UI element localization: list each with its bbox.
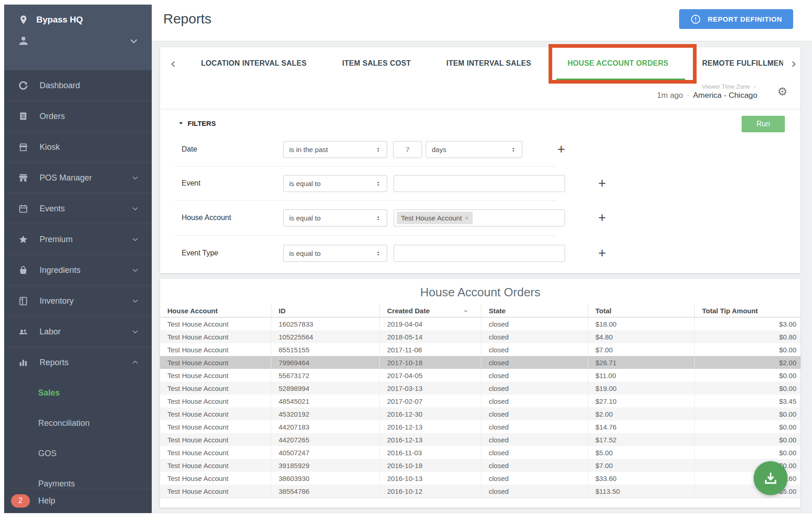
table-row[interactable]: Test House Account528989942017-03-13clos… [160,382,801,395]
sidebar-item-reports[interactable]: Reports [4,347,152,378]
report-definition-button[interactable]: REPORT DEFINITION [679,9,793,29]
user-menu[interactable] [4,25,152,47]
sidebar-item-kiosk[interactable]: Kiosk [4,131,152,162]
table-row[interactable]: Test House Account386039302016-10-13clos… [160,472,801,485]
house-account-value-input[interactable]: Test House Account × [394,209,565,226]
house-account-operator-select[interactable]: is equal to [283,209,387,226]
sidebar-item-inventory[interactable]: Inventory [4,285,152,316]
help-label: Help [38,496,55,506]
date-value-input[interactable]: 7 [393,141,422,158]
sidebar-subitem-sales[interactable]: Sales [4,378,152,408]
table-row[interactable]: Test House Account855151552017-11-08clos… [160,343,801,356]
table-row[interactable]: Test House Account1602578332019-04-04clo… [160,317,801,330]
triangle-down-icon [178,121,183,126]
tab-item-sales-cost[interactable]: ITEM SALES COST [342,59,411,68]
add-house-account-filter-button[interactable]: + [598,210,606,226]
table-row[interactable]: Test House Account799694642017-10-18clos… [160,356,801,369]
table-row[interactable]: Test House Account453201922016-12-30clos… [160,407,801,420]
event-value-input[interactable] [394,175,565,192]
table-cell: $0.00 [694,407,801,420]
chevron-down-icon [752,84,757,90]
sidebar-item-help[interactable]: 2 Help [4,488,152,513]
column-header-id[interactable]: ID [271,305,379,317]
table-cell: 2016-10-13 [379,472,481,485]
tab-location-interval-sales[interactable]: LOCATION INTERVAL SALES [201,59,307,68]
table-cell: $0.00 [694,343,801,356]
sidebar-subitem-gos[interactable]: GOS [4,438,152,469]
table-cell: 38603930 [271,472,379,485]
sidebar-item-label: Dashboard [40,81,140,90]
tab-house-account-orders[interactable]: HOUSE ACCOUNT ORDERS [567,59,669,68]
table-row[interactable]: Test House Account556731722017-04-05clos… [160,369,801,382]
reports-icon [18,357,29,368]
date-value: 7 [406,146,409,153]
house-account-operator-value: is equal to [289,214,320,222]
table-cell: Test House Account [160,407,271,420]
sidebar-item-ingredients[interactable]: Ingredients [4,254,152,285]
event-operator-select[interactable]: is equal to [283,175,387,192]
sidebar-subitem-reconciliation[interactable]: Reconciliation [4,408,152,438]
table-row[interactable]: Test House Account391859292016-10-18clos… [160,459,801,472]
chevron-up-icon [131,358,140,367]
chip-remove-icon[interactable]: × [465,215,469,221]
chevron-down-icon [131,204,140,213]
tabs-scroll-right-icon[interactable] [789,60,798,68]
add-date-filter-button[interactable]: + [557,141,565,157]
table-cell: 2016-11-03 [379,446,481,459]
dashboard-icon [18,80,29,91]
sidebar-item-orders[interactable]: Orders [4,101,152,131]
table-cell: closed [481,485,588,497]
date-unit-value: days [432,146,446,153]
run-button[interactable]: Run [742,116,785,132]
add-event-filter-button[interactable]: + [598,175,606,191]
table-cell: 160257833 [271,317,379,330]
select-arrows-icon [375,215,381,222]
column-header-total[interactable]: Total [588,305,694,317]
table-cell: closed [481,369,588,382]
add-event-type-filter-button[interactable]: + [598,245,606,261]
download-icon [762,470,779,486]
tabs-scroll-left-icon[interactable] [169,60,178,68]
kiosk-icon [18,142,29,153]
sidebar-item-labor[interactable]: Labor [4,316,152,347]
table-cell: closed [481,407,588,420]
column-header-total-tip-amount[interactable]: Total Tip Amount [694,305,801,317]
tab-remote-fulfillment[interactable]: REMOTE FULFILLMENT [702,59,783,68]
org-row[interactable]: Bypass HQ [4,5,152,25]
table-row[interactable]: Test House Account442072652016-12-13clos… [160,433,801,446]
sidebar-item-premium[interactable]: Premium [4,224,152,254]
viewer-time-zone-selector[interactable]: Viewer Time Zone [657,83,757,90]
active-tab-indicator [556,79,685,80]
event-type-value-input[interactable] [394,245,565,262]
sidebar-item-pos-manager[interactable]: POS Manager [4,162,152,193]
filter-row-date: Date is in the past 7 days + [160,141,801,158]
table-row[interactable]: Test House Account442071832016-12-13clos… [160,420,801,433]
table-cell: 2017-02-07 [379,395,481,407]
sidebar-item-events[interactable]: Events [4,193,152,224]
settings-gear-icon[interactable]: ⚙ [778,86,788,97]
sidebar-item-dashboard[interactable]: Dashboard [4,70,152,101]
column-header-house-account[interactable]: House Account [160,305,271,317]
table-cell: $18.00 [588,317,694,330]
filter-label-event: Event [182,179,200,187]
table-cell: Test House Account [160,395,271,407]
table-cell: Test House Account [160,382,271,395]
table-cell: $113.50 [588,485,694,497]
table-row[interactable]: Test House Account385547862016-10-12clos… [160,485,801,497]
table-row[interactable]: Test House Account405072472016-11-03clos… [160,446,801,459]
table-row[interactable]: Test House Account485450212017-02-07clos… [160,395,801,407]
column-header-created-date[interactable]: Created Date [379,305,481,317]
pos-manager-icon [18,173,29,183]
table-cell: Test House Account [160,317,271,330]
download-fab[interactable] [754,461,788,495]
table-row[interactable]: Test House Account1052255642018-05-14clo… [160,330,801,343]
filter-label-house-account: House Account [182,214,231,222]
table-cell: $0.00 [694,420,801,433]
table-cell: $5.00 [588,446,694,459]
date-operator-select[interactable]: is in the past [283,141,387,158]
tab-item-interval-sales[interactable]: ITEM INTERVAL SALES [446,59,531,68]
column-header-state[interactable]: State [481,305,588,317]
date-unit-select[interactable]: days [426,141,522,158]
event-type-operator-select[interactable]: is equal to [283,245,387,262]
filters-toggle[interactable]: FILTERS [178,119,216,127]
